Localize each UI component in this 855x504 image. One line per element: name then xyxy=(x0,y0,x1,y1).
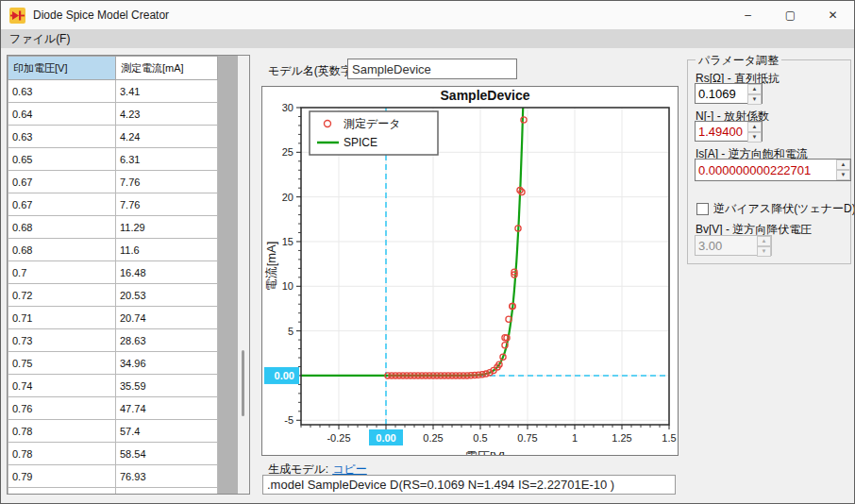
svg-text:0.5: 0.5 xyxy=(473,432,487,444)
cell-current[interactable]: 34.96 xyxy=(116,352,218,375)
svg-text:1.25: 1.25 xyxy=(612,432,631,444)
cell-voltage[interactable]: 0.63 xyxy=(8,80,116,103)
cell-current[interactable]: 16.48 xyxy=(116,261,218,284)
cell-current[interactable]: 4.24 xyxy=(116,126,218,148)
cell-current[interactable]: 58.54 xyxy=(116,443,218,465)
maximize-button[interactable]: ▢ xyxy=(769,1,812,29)
svg-text:0.00: 0.00 xyxy=(275,370,294,381)
cell-current[interactable]: 6.31 xyxy=(116,148,218,171)
table-row: 0.7976.93 xyxy=(8,465,218,488)
cell-voltage[interactable]: 0.76 xyxy=(8,397,116,420)
svg-text:SPICE: SPICE xyxy=(344,136,377,149)
app-icon xyxy=(9,8,25,24)
cell-voltage[interactable]: 0.71 xyxy=(8,307,116,329)
cell-current[interactable] xyxy=(116,488,218,495)
cell-voltage[interactable]: 0.78 xyxy=(8,443,116,465)
column-header-current[interactable]: 測定電流[mA] xyxy=(116,56,218,80)
cell-voltage[interactable]: 0.65 xyxy=(8,148,116,171)
cell-voltage[interactable]: 0.63 xyxy=(8,126,116,148)
n-value[interactable] xyxy=(696,125,747,139)
cell-current[interactable]: 47.74 xyxy=(116,397,218,420)
cell-current[interactable]: 7.76 xyxy=(116,193,218,216)
cell-voltage[interactable]: 0.67 xyxy=(8,171,116,193)
table-scrollbar[interactable] xyxy=(238,56,249,494)
cell-voltage[interactable]: 0.68 xyxy=(8,216,116,239)
scrollbar-thumb[interactable] xyxy=(242,350,244,416)
svg-text:測定データ: 測定データ xyxy=(344,117,401,130)
table-row: 0.7534.96 xyxy=(8,352,218,375)
table-row: 0.7857.4 xyxy=(8,420,218,443)
cell-current[interactable]: 57.4 xyxy=(116,420,218,443)
table-row: 0.677.76 xyxy=(8,193,218,216)
cell-current[interactable]: 35.59 xyxy=(116,375,218,397)
cell-current[interactable]: 20.74 xyxy=(116,307,218,329)
output-label: 生成モデル: xyxy=(268,462,328,476)
grid-header: 印加電圧[V] 測定電流[mA] xyxy=(8,56,218,80)
table-row: 0.633.41 xyxy=(8,80,218,103)
cell-voltage[interactable]: 0.68 xyxy=(8,239,116,261)
svg-text:1.5: 1.5 xyxy=(662,432,676,444)
menu-file[interactable]: ファイル(F) xyxy=(1,29,78,48)
table-row: 0.7220.53 xyxy=(8,284,218,307)
minimize-button[interactable]: – xyxy=(727,1,769,29)
cell-current[interactable]: 7.76 xyxy=(116,171,218,193)
title-bar: Diode Spice Model Creator – ▢ ✕ xyxy=(1,1,854,29)
copy-link[interactable]: コピー xyxy=(332,462,367,476)
close-button[interactable]: ✕ xyxy=(812,1,854,29)
table-row: 0.7647.74 xyxy=(8,397,218,420)
menu-bar: ファイル(F) xyxy=(1,29,854,48)
table-row: 0.656.31 xyxy=(8,148,218,171)
cell-voltage[interactable]: 0.75 xyxy=(8,352,116,375)
zener-checkbox-label: 逆バイアス降伏(ツェナーD) xyxy=(713,201,855,217)
cell-voltage[interactable]: 0.72 xyxy=(8,284,116,307)
column-header-voltage[interactable]: 印加電圧[V] xyxy=(8,56,116,80)
rs-down-arrow-icon[interactable]: ▼ xyxy=(747,94,762,105)
generated-model-input[interactable] xyxy=(262,475,676,495)
cell-voltage[interactable]: 0.74 xyxy=(8,375,116,397)
cell-current[interactable]: 11.6 xyxy=(116,239,218,261)
cell-current[interactable]: 3.41 xyxy=(116,80,218,103)
is-value[interactable] xyxy=(696,163,836,177)
cell-current[interactable]: 76.93 xyxy=(116,465,218,488)
cell-voltage[interactable]: 0.73 xyxy=(8,329,116,352)
rs-spinner[interactable]: ▲ ▼ xyxy=(695,83,763,104)
cell-current[interactable]: 11.29 xyxy=(116,216,218,239)
is-spinner[interactable]: ▲ ▼ xyxy=(695,159,851,181)
iv-chart[interactable]: -0.250.000.250.50.7511.251.5-50.00510152… xyxy=(261,86,679,456)
table-row: 0.6811.29 xyxy=(8,216,218,239)
is-up-arrow-icon[interactable]: ▲ xyxy=(836,160,850,170)
cell-voltage[interactable]: 0.7 xyxy=(8,261,116,284)
table-row: 0.634.24 xyxy=(8,126,218,148)
svg-text:30: 30 xyxy=(282,102,293,113)
zener-checkbox[interactable] xyxy=(696,203,709,215)
bv-up-arrow-icon: ▲ xyxy=(757,236,771,246)
svg-text:5: 5 xyxy=(288,326,293,337)
grid-filler xyxy=(218,56,238,494)
cell-current[interactable]: 28.63 xyxy=(116,329,218,352)
table-row: 0.7435.59 xyxy=(8,375,218,397)
cell-current[interactable]: 20.53 xyxy=(116,284,218,307)
svg-text:25: 25 xyxy=(282,146,293,158)
n-up-arrow-icon[interactable]: ▲ xyxy=(747,122,762,132)
cell-current[interactable]: 4.23 xyxy=(116,103,218,126)
iv-chart-svg[interactable]: -0.250.000.250.50.7511.251.5-50.00510152… xyxy=(262,87,678,455)
cell-voltage[interactable]: 0.67 xyxy=(8,193,116,216)
svg-text:20: 20 xyxy=(282,192,293,203)
table-row: 0.644.23 xyxy=(8,103,218,126)
is-down-arrow-icon[interactable]: ▼ xyxy=(836,170,850,180)
n-down-arrow-icon[interactable]: ▼ xyxy=(747,132,762,143)
bv-down-arrow-icon: ▼ xyxy=(757,246,771,257)
cell-voltage[interactable]: 0.79 xyxy=(8,465,116,488)
cell-voltage[interactable] xyxy=(8,488,116,495)
parameter-group-title: パラメータ調整 xyxy=(696,53,781,69)
cell-voltage[interactable]: 0.78 xyxy=(8,420,116,443)
cell-voltage[interactable]: 0.64 xyxy=(8,103,116,126)
table-row: 0.7120.74 xyxy=(8,307,218,329)
model-name-input[interactable] xyxy=(347,59,517,79)
rs-value[interactable] xyxy=(696,87,747,101)
table-row: 0.6811.6 xyxy=(8,239,218,261)
rs-up-arrow-icon[interactable]: ▲ xyxy=(747,84,762,94)
n-spinner[interactable]: ▲ ▼ xyxy=(695,121,763,142)
bv-spinner: ▲ ▼ xyxy=(695,235,772,256)
svg-text:0.75: 0.75 xyxy=(517,432,537,444)
